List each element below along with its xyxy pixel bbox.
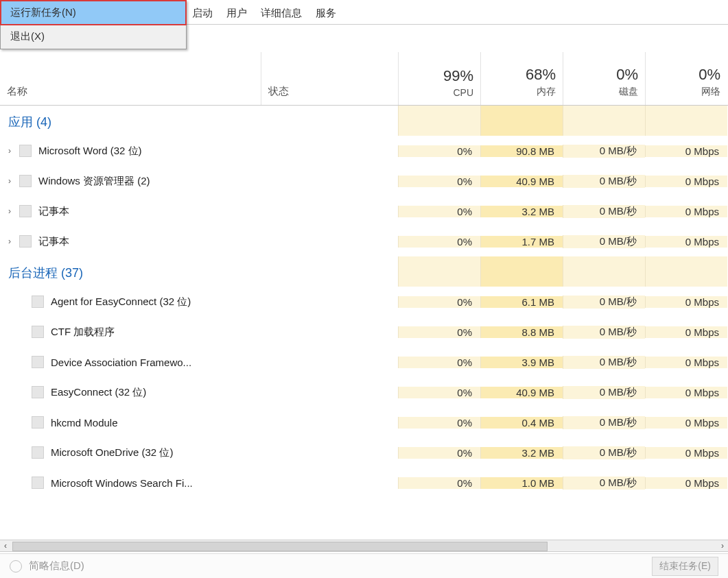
group-apps[interactable]: 应用 (4) bbox=[0, 106, 728, 136]
cpu-cell: 0% bbox=[398, 387, 480, 398]
process-name: hkcmd Module bbox=[51, 417, 118, 429]
cpu-label: CPU bbox=[453, 87, 473, 98]
process-name: Windows 资源管理器 (2) bbox=[38, 175, 150, 188]
net-cell: 0 Mbps bbox=[645, 387, 727, 398]
cpu-usage-pct: 99% bbox=[443, 68, 473, 84]
app-icon bbox=[32, 326, 44, 338]
process-name: 记事本 bbox=[38, 205, 69, 218]
cpu-cell: 0% bbox=[398, 236, 480, 248]
process-row[interactable]: Agent for EasyConnect (32 位) 0% 6.1 MB 0… bbox=[0, 287, 728, 317]
scroll-right-icon[interactable]: › bbox=[721, 541, 724, 551]
mem-cell: 90.8 MB bbox=[480, 145, 563, 157]
menu-item-run-new-task[interactable]: 运行新任务(N) bbox=[1, 1, 186, 25]
process-row[interactable]: CTF 加载程序 0% 8.8 MB 0 MB/秒 0 Mbps bbox=[0, 317, 728, 347]
tab-services[interactable]: 服务 bbox=[309, 4, 343, 23]
disk-cell: 0 MB/秒 bbox=[563, 446, 645, 459]
mem-cell: 1.0 MB bbox=[480, 477, 563, 489]
column-header-disk[interactable]: 0% 磁盘 bbox=[563, 52, 645, 105]
mem-cell: 8.8 MB bbox=[480, 326, 563, 338]
mem-cell: 3.2 MB bbox=[480, 447, 563, 459]
app-icon bbox=[32, 446, 44, 459]
mem-label: 内存 bbox=[537, 86, 556, 98]
net-label: 网络 bbox=[701, 86, 720, 98]
process-list: 应用 (4) › Microsoft Word (32 位) 0% 90.8 M… bbox=[0, 106, 728, 555]
net-cell: 0 Mbps bbox=[645, 236, 727, 248]
chevron-right-icon[interactable]: › bbox=[4, 176, 15, 186]
mem-cell: 0.4 MB bbox=[480, 417, 563, 429]
app-icon bbox=[19, 175, 32, 187]
bottom-bar: 简略信息(D) 结束任务(E) bbox=[0, 553, 728, 578]
fewer-details-label[interactable]: 简略信息(D) bbox=[29, 559, 84, 573]
net-cell: 0 Mbps bbox=[645, 357, 727, 368]
cpu-cell: 0% bbox=[398, 296, 480, 308]
process-name: Agent for EasyConnect (32 位) bbox=[51, 296, 191, 309]
column-header-cpu[interactable]: 99% CPU bbox=[398, 52, 480, 105]
group-background[interactable]: 后台进程 (37) bbox=[0, 256, 728, 287]
net-cell: 0 Mbps bbox=[645, 206, 727, 217]
disk-cell: 0 MB/秒 bbox=[563, 326, 645, 339]
mem-cell: 1.7 MB bbox=[480, 236, 563, 248]
cpu-cell: 0% bbox=[398, 326, 480, 338]
group-apps-title: 应用 (4) bbox=[0, 106, 51, 137]
mem-cell: 6.1 MB bbox=[480, 296, 563, 308]
net-usage-pct: 0% bbox=[698, 67, 720, 83]
cpu-cell: 0% bbox=[398, 357, 480, 368]
cpu-cell: 0% bbox=[398, 477, 480, 489]
chevron-right-icon[interactable]: › bbox=[4, 237, 15, 246]
column-header-memory[interactable]: 68% 内存 bbox=[480, 52, 563, 105]
fewer-details-icon[interactable] bbox=[10, 560, 22, 573]
chevron-right-icon[interactable]: › bbox=[4, 146, 15, 156]
process-name: Microsoft Word (32 位) bbox=[38, 145, 142, 158]
disk-cell: 0 MB/秒 bbox=[563, 416, 645, 429]
disk-cell: 0 MB/秒 bbox=[563, 386, 645, 399]
horizontal-scrollbar[interactable]: ‹ › bbox=[0, 540, 728, 552]
menu-item-exit[interactable]: 退出(X) bbox=[1, 25, 186, 49]
app-icon bbox=[32, 296, 44, 308]
column-header-status[interactable]: 状态 bbox=[261, 52, 398, 105]
app-icon bbox=[32, 356, 44, 368]
tab-users[interactable]: 用户 bbox=[220, 4, 254, 23]
process-row[interactable]: EasyConnect (32 位) 0% 40.9 MB 0 MB/秒 0 M… bbox=[0, 377, 728, 407]
net-cell: 0 Mbps bbox=[645, 296, 727, 308]
process-row[interactable]: Device Association Framewo... 0% 3.9 MB … bbox=[0, 347, 728, 377]
scroll-left-icon[interactable]: ‹ bbox=[4, 541, 7, 551]
column-header-name[interactable]: 名称 bbox=[0, 52, 261, 105]
app-icon bbox=[19, 235, 32, 248]
scrollbar-thumb[interactable] bbox=[12, 542, 548, 551]
app-icon bbox=[19, 145, 32, 157]
mem-cell: 40.9 MB bbox=[480, 387, 563, 398]
chevron-right-icon[interactable]: › bbox=[4, 206, 15, 216]
disk-cell: 0 MB/秒 bbox=[563, 235, 645, 248]
app-icon bbox=[19, 205, 32, 217]
end-task-button[interactable]: 结束任务(E) bbox=[652, 557, 718, 576]
app-icon bbox=[32, 477, 44, 489]
app-icon bbox=[32, 416, 44, 429]
net-cell: 0 Mbps bbox=[645, 145, 727, 157]
tab-details[interactable]: 详细信息 bbox=[254, 4, 309, 23]
mem-usage-pct: 68% bbox=[526, 67, 556, 83]
net-cell: 0 Mbps bbox=[645, 477, 727, 489]
process-row[interactable]: Microsoft Windows Search Fi... 0% 1.0 MB… bbox=[0, 468, 728, 498]
process-row[interactable]: Microsoft OneDrive (32 位) 0% 3.2 MB 0 MB… bbox=[0, 437, 728, 468]
process-row[interactable]: › Microsoft Word (32 位) 0% 90.8 MB 0 MB/… bbox=[0, 136, 728, 166]
tab-startup[interactable]: 启动 bbox=[185, 4, 220, 23]
group-background-title: 后台进程 (37) bbox=[0, 255, 83, 288]
column-header-row: 名称 状态 99% CPU 68% 内存 0% 磁盘 0% 网络 bbox=[0, 52, 728, 106]
net-cell: 0 Mbps bbox=[645, 176, 727, 187]
process-row[interactable]: › Windows 资源管理器 (2) 0% 40.9 MB 0 MB/秒 0 … bbox=[0, 166, 728, 196]
process-row[interactable]: › 记事本 0% 1.7 MB 0 MB/秒 0 Mbps bbox=[0, 226, 728, 256]
cpu-cell: 0% bbox=[398, 176, 480, 187]
column-header-network[interactable]: 0% 网络 bbox=[645, 52, 727, 105]
tab-bar: 启动 用户 详细信息 服务 bbox=[185, 4, 343, 23]
net-cell: 0 Mbps bbox=[645, 417, 727, 429]
process-name: CTF 加载程序 bbox=[51, 326, 115, 339]
process-name: Microsoft OneDrive (32 位) bbox=[51, 446, 173, 459]
mem-cell: 40.9 MB bbox=[480, 176, 563, 187]
disk-usage-pct: 0% bbox=[616, 67, 638, 83]
process-row[interactable]: hkcmd Module 0% 0.4 MB 0 MB/秒 0 Mbps bbox=[0, 407, 728, 437]
disk-cell: 0 MB/秒 bbox=[563, 477, 645, 490]
disk-cell: 0 MB/秒 bbox=[563, 296, 645, 309]
cpu-cell: 0% bbox=[398, 417, 480, 429]
cpu-cell: 0% bbox=[398, 145, 480, 157]
process-row[interactable]: › 记事本 0% 3.2 MB 0 MB/秒 0 Mbps bbox=[0, 196, 728, 226]
